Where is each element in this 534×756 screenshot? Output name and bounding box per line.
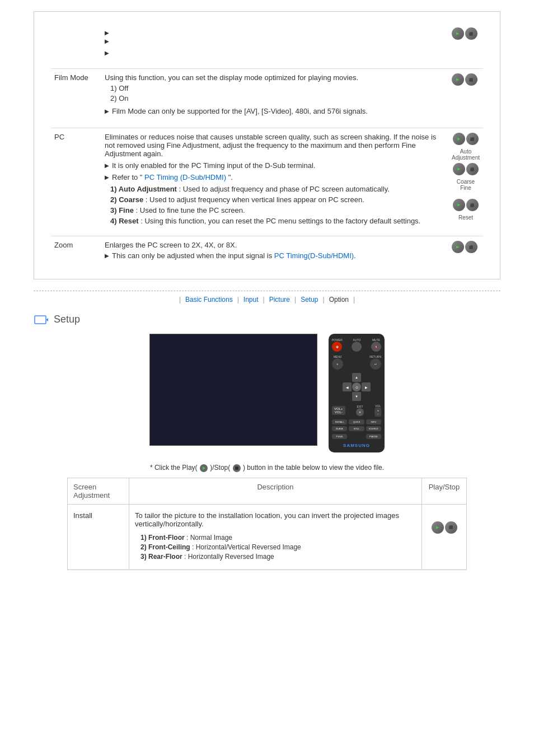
- stop-btn-top[interactable]: [465, 27, 477, 40]
- stop-btn-auto[interactable]: [466, 133, 479, 145]
- separator-3: [51, 231, 483, 236]
- stop-btn-install[interactable]: [445, 521, 457, 534]
- nav-link-option[interactable]: Option: [329, 296, 349, 304]
- dpad-empty-br: [362, 392, 371, 401]
- auto-btn[interactable]: [352, 342, 362, 352]
- remote-row-func3: P.SIZE P.MODE: [332, 434, 381, 439]
- install-item-3: 3) Rear-Floor : Horizontally Reversed Im…: [140, 553, 416, 561]
- dpad-center[interactable]: ⊙: [352, 382, 361, 391]
- click-note-prefix: * Click the Play(: [150, 464, 198, 472]
- pc-note-text-2: Refer to " PC Timing (D-Sub/HDMI) ".: [112, 173, 233, 181]
- info-btn[interactable]: INFO: [366, 419, 381, 424]
- table-header: ScreenAdjustment Description Play/Stop: [68, 478, 466, 505]
- pc-item-4: 4) Reset : Using this function, you can …: [110, 217, 445, 225]
- exit-group: EXIT ✕: [356, 405, 364, 416]
- pc-row: PC Eliminates or reduces noise that caus…: [51, 128, 483, 232]
- dpad-down[interactable]: ▼: [352, 392, 361, 401]
- source-btn[interactable]: SOURCE: [366, 426, 381, 431]
- still-btn[interactable]: STILL: [349, 426, 364, 431]
- nav-link-picture[interactable]: Picture: [269, 296, 290, 304]
- bullet-arrow-2: ▶: [105, 38, 109, 44]
- pc-label: PC: [51, 128, 101, 232]
- nav-link-setup[interactable]: Setup: [301, 296, 318, 304]
- dpad-empty-tr: [362, 373, 371, 382]
- menu-btn[interactable]: ≡: [332, 358, 343, 370]
- remote-row-vol: VOL+VOL- EXIT ✕ VOL +-: [332, 404, 381, 417]
- play-btn-auto[interactable]: [453, 133, 465, 145]
- nav-link-input[interactable]: Input: [243, 296, 259, 304]
- dpad-left[interactable]: ◀: [343, 382, 352, 391]
- stop-btn-zoom[interactable]: [465, 241, 477, 253]
- menu-group: MENU ≡: [332, 355, 343, 370]
- setup-header: Setup: [34, 314, 500, 325]
- install-btn[interactable]: INSTALL: [332, 419, 347, 424]
- film-mode-label: Film Mode: [51, 69, 101, 124]
- install-items: 1) Front-Floor : Normal Image 2) Front-C…: [140, 534, 416, 561]
- dpad: ▲ ◀ ⊙ ▶ ▼: [343, 373, 371, 401]
- remote-row-menu: MENU ≡ RETURN ↩: [332, 355, 381, 370]
- btn-pair-coarse: [453, 163, 479, 175]
- play-btn-coarse[interactable]: [453, 163, 465, 175]
- th-playstop: Play/Stop: [421, 478, 466, 504]
- stop-btn-reset[interactable]: [466, 199, 479, 211]
- btn-pair-reset: [453, 199, 479, 211]
- nav-divider: | Basic Functions | Input | Picture | Se…: [34, 291, 500, 308]
- stop-icon-auto: [470, 137, 474, 141]
- install-item-2: 2) Front-Ceiling : Horizontal/Vertical R…: [140, 543, 416, 551]
- nav-link-basic[interactable]: Basic Functions: [185, 296, 233, 304]
- setup-section: Setup POWER ⏻ AUTO M: [34, 314, 500, 570]
- click-note: * Click the Play( )/Stop( ) button in th…: [34, 464, 500, 472]
- stop-icon-top: [469, 32, 473, 36]
- vol-btn[interactable]: VOL+VOL-: [332, 406, 345, 415]
- psize-btn[interactable]: P.SIZE: [332, 434, 347, 439]
- zoom-description: Enlarges the PC screen to 2X, 4X, or 8X.: [105, 241, 445, 249]
- play-icon-zoom: [456, 245, 459, 249]
- stop-icon-install: [449, 525, 453, 529]
- vol2-btn[interactable]: +-: [374, 408, 381, 417]
- stop-btn-film[interactable]: [465, 73, 477, 86]
- dpad-empty-bl: [343, 392, 352, 401]
- exit-btn[interactable]: ✕: [356, 408, 364, 416]
- btn-pair-auto: [453, 133, 479, 145]
- dpad-right[interactable]: ▶: [362, 382, 371, 391]
- quick-btn[interactable]: QUICK: [349, 419, 364, 424]
- page-wrapper: ▶ ▶ ▶: [0, 11, 534, 570]
- return-btn[interactable]: ↩: [370, 358, 381, 370]
- sep-row-3: [51, 231, 483, 236]
- stop-btn-coarse[interactable]: [466, 163, 479, 175]
- play-btn-film[interactable]: [452, 73, 464, 86]
- btn-pair-zoom: [452, 241, 480, 253]
- pc-note-arrow-1: ▶: [105, 162, 109, 169]
- pc-item-1: 1) Auto Adjustment : Used to adjust freq…: [110, 185, 445, 193]
- th-screen-text: ScreenAdjustment: [73, 483, 110, 500]
- pc-note-arrow-2: ▶: [105, 174, 109, 180]
- nav-sep-end: |: [353, 296, 355, 304]
- coarse-fine-label: CoarseFine: [457, 179, 475, 191]
- click-note-suffix: ) button in the table below to view the …: [243, 464, 384, 472]
- play-icon-top: [456, 31, 459, 36]
- nav-links: | Basic Functions | Input | Picture | Se…: [179, 296, 355, 304]
- play-btn-install[interactable]: [432, 521, 444, 534]
- nav-sep-4: |: [323, 296, 325, 304]
- film-mode-item-2: 2) On: [110, 94, 445, 102]
- nav-sep-3: |: [294, 296, 296, 304]
- icon-col-top: [448, 23, 483, 62]
- play-btn-top[interactable]: [452, 27, 464, 40]
- dpad-empty-tl: [343, 373, 352, 382]
- pc-note-2: ▶ Refer to " PC Timing (D-Sub/HDMI) ".: [105, 173, 445, 181]
- click-note-mid: )/Stop(: [210, 464, 230, 472]
- play-icon-install: [436, 525, 439, 530]
- power-btn[interactable]: ⏻: [332, 342, 342, 352]
- play-btn-zoom[interactable]: [452, 241, 464, 253]
- zoom-row: Zoom Enlarges the PC screen to 2X, 4X, o…: [51, 236, 483, 268]
- auto-group: AUTO: [352, 338, 362, 352]
- vol-group: VOL+VOL-: [332, 406, 345, 415]
- blank-btn[interactable]: BLANK: [332, 426, 347, 431]
- auto-adjustment-label: AutoAdjustment: [452, 148, 480, 161]
- content-table: ▶ ▶ ▶: [51, 23, 483, 268]
- mute-btn[interactable]: 🔇: [371, 342, 381, 352]
- dpad-up[interactable]: ▲: [352, 373, 361, 382]
- play-btn-reset[interactable]: [453, 199, 465, 211]
- pmode-btn[interactable]: P.MODE: [366, 434, 381, 439]
- film-mode-note-arrow: ▶: [105, 108, 109, 114]
